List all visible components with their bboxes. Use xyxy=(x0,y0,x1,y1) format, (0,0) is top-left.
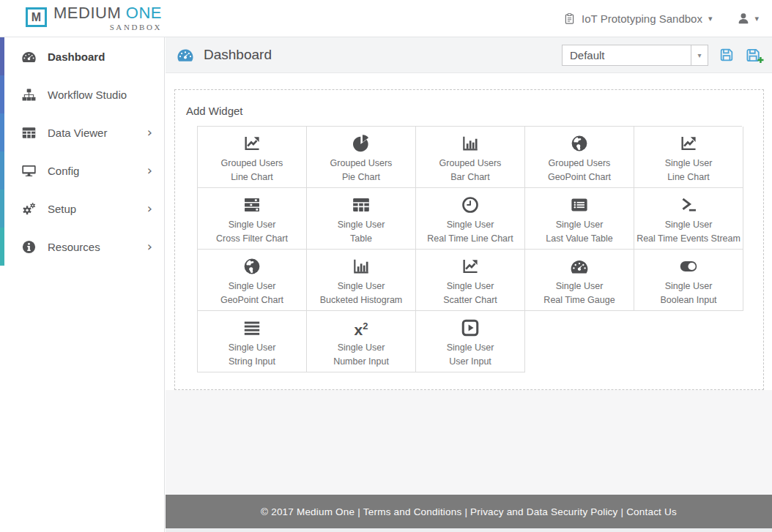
widget-type-label: Scatter Chart xyxy=(443,295,497,305)
widget-group-label: Single User xyxy=(665,158,713,168)
widget-single-user-scatter-chart[interactable]: Single UserScatter Chart xyxy=(416,250,525,311)
widget-single-user-bucketed-histogram[interactable]: Single UserBucketed Histogram xyxy=(307,250,416,311)
widget-type-label: Number Input xyxy=(333,356,389,367)
footer-separator: | xyxy=(461,506,470,517)
gauge-icon xyxy=(21,49,37,64)
widget-grouped-users-geopoint-chart[interactable]: Grouped UsersGeoPoint Chart xyxy=(525,127,634,188)
content-spacer xyxy=(166,390,772,495)
widget-single-user-user-input[interactable]: Single UserUser Input xyxy=(416,311,525,372)
widget-single-user-last-value-table[interactable]: Single UserLast Value Table xyxy=(525,188,634,250)
widget-type-label: Real Time Line Chart xyxy=(427,233,513,244)
clock-icon xyxy=(461,195,480,214)
brand-name: MEDIUM xyxy=(53,4,126,22)
widget-group-label: Single User xyxy=(229,281,276,291)
widget-single-user-number-input[interactable]: x2Single UserNumber Input xyxy=(307,311,416,372)
chevron-right-icon: › xyxy=(147,126,152,139)
sidebar-item-data-viewer[interactable]: Data Viewer› xyxy=(0,113,164,151)
sidebar-item-label: Dashboard xyxy=(48,50,105,63)
widget-type-label: GeoPoint Chart xyxy=(220,295,283,305)
save-dashboard-button[interactable] xyxy=(719,47,735,63)
view-select-value: Default xyxy=(563,49,605,61)
widget-type-label: Line Chart xyxy=(667,172,710,182)
widget-group-label: Single User xyxy=(338,220,385,230)
widget-type-label: Last Value Table xyxy=(546,233,612,244)
widget-type-label: String Input xyxy=(229,356,275,367)
widget-single-user-table[interactable]: Single UserTable xyxy=(307,188,416,250)
sidebar-nav: DashboardWorkflow StudioData Viewer›Conf… xyxy=(0,37,165,532)
dashboard-content: Add Widget Grouped UsersLine ChartGroupe… xyxy=(166,73,772,390)
sidebar-color-strip xyxy=(0,75,4,113)
sidebar-item-setup[interactable]: Setup› xyxy=(0,190,164,228)
workspace-switcher[interactable]: IoT Prototyping Sandbox ▾ xyxy=(563,12,712,26)
globe-icon xyxy=(242,257,261,276)
footer-copyright: © 2017 Medium One xyxy=(261,506,355,517)
topbar-right: IoT Prototyping Sandbox ▾ ▾ xyxy=(563,12,759,26)
widget-group-label: Grouped Users xyxy=(549,158,611,168)
brand-accent: ONE xyxy=(126,4,162,22)
desktop-icon xyxy=(21,163,37,179)
widget-single-user-real-time-events-stream[interactable]: Single UserReal Time Events Stream xyxy=(634,188,743,250)
widget-single-user-geopoint-chart[interactable]: Single UserGeoPoint Chart xyxy=(198,250,307,311)
save-as-new-dashboard-button[interactable] xyxy=(745,47,764,64)
widget-single-user-boolean-input[interactable]: Single UserBoolean Input xyxy=(634,250,743,311)
bar-chart-icon xyxy=(352,257,371,276)
logo-text: MEDIUM ONE SANDBOX xyxy=(53,5,162,31)
sidebar-item-workflow-studio[interactable]: Workflow Studio xyxy=(0,75,164,113)
widget-group-label: Single User xyxy=(665,220,713,230)
justify-icon xyxy=(242,318,261,337)
medium-one-logo[interactable]: M MEDIUM ONE SANDBOX xyxy=(26,5,162,31)
sidebar-item-resources[interactable]: Resources› xyxy=(0,228,164,266)
footer-separator: | xyxy=(355,506,363,517)
sidebar-item-config[interactable]: Config› xyxy=(0,151,164,190)
sidebar-item-label: Config xyxy=(48,165,79,177)
line-chart-icon xyxy=(242,134,261,153)
brand-tagline: SANDBOX xyxy=(53,23,162,31)
widget-type-label: Bucketed Histogram xyxy=(320,295,403,305)
widget-grouped-users-bar-chart[interactable]: Grouped UsersBar Chart xyxy=(416,127,525,188)
widget-single-user-real-time-line-chart[interactable]: Single UserReal Time Line Chart xyxy=(416,188,525,250)
widget-grouped-users-line-chart[interactable]: Grouped UsersLine Chart xyxy=(198,127,307,188)
sidebar-color-strip xyxy=(0,37,4,75)
account-menu[interactable]: ▾ xyxy=(737,12,759,25)
bar-chart-icon xyxy=(461,134,480,153)
widget-group-label: Single User xyxy=(229,342,276,353)
pie-chart-icon xyxy=(352,134,371,153)
user-icon xyxy=(737,12,750,25)
bottom-strip xyxy=(166,528,772,532)
widget-group-label: Single User xyxy=(447,281,494,291)
widget-type-label: GeoPoint Chart xyxy=(548,172,611,182)
footer-link-privacy[interactable]: Privacy and Data Security Policy xyxy=(470,506,617,517)
play-square-icon xyxy=(461,318,480,337)
dashboard-view-select[interactable]: Default ▾ xyxy=(562,45,708,66)
clipboard-icon xyxy=(563,12,576,26)
gears-icon xyxy=(21,201,37,217)
info-icon xyxy=(21,239,37,255)
footer-link-terms[interactable]: Terms and Conditions xyxy=(363,506,462,517)
widget-type-label: Boolean Input xyxy=(660,295,716,305)
page-header: Dashboard Default ▾ xyxy=(166,37,772,73)
widget-type-label: Real Time Events Stream xyxy=(636,233,741,244)
widget-type-label: Cross Filter Chart xyxy=(216,233,288,244)
widget-single-user-cross-filter-chart[interactable]: Single UserCross Filter Chart xyxy=(198,188,307,250)
list-alt-icon xyxy=(570,195,589,214)
widget-type-label: Pie Chart xyxy=(342,172,380,182)
widget-group-label: Single User xyxy=(556,220,604,230)
widget-type-label: Bar Chart xyxy=(450,172,490,182)
widget-single-user-line-chart[interactable]: Single UserLine Chart xyxy=(634,127,743,188)
chevron-right-icon: › xyxy=(147,164,152,177)
panel-title: Add Widget xyxy=(186,105,763,117)
toggle-on-icon xyxy=(679,257,698,276)
widget-single-user-string-input[interactable]: Single UserString Input xyxy=(198,311,307,372)
sidebar-item-dashboard[interactable]: Dashboard xyxy=(0,37,164,75)
sidebar-item-label: Data Viewer xyxy=(48,127,107,139)
chevron-right-icon: › xyxy=(147,202,152,215)
widget-group-label: Single User xyxy=(447,220,494,230)
table-icon xyxy=(21,125,37,141)
chevron-down-icon: ▾ xyxy=(708,15,713,23)
sidebar-item-label: Setup xyxy=(48,203,76,215)
chevron-right-icon: › xyxy=(147,240,152,253)
footer-link-contact[interactable]: Contact Us xyxy=(626,506,677,517)
widget-grouped-users-pie-chart[interactable]: Grouped UsersPie Chart xyxy=(307,127,416,188)
widget-single-user-real-time-gauge[interactable]: Single UserReal Time Gauge xyxy=(525,250,634,311)
chevron-down-icon: ▾ xyxy=(754,15,759,23)
